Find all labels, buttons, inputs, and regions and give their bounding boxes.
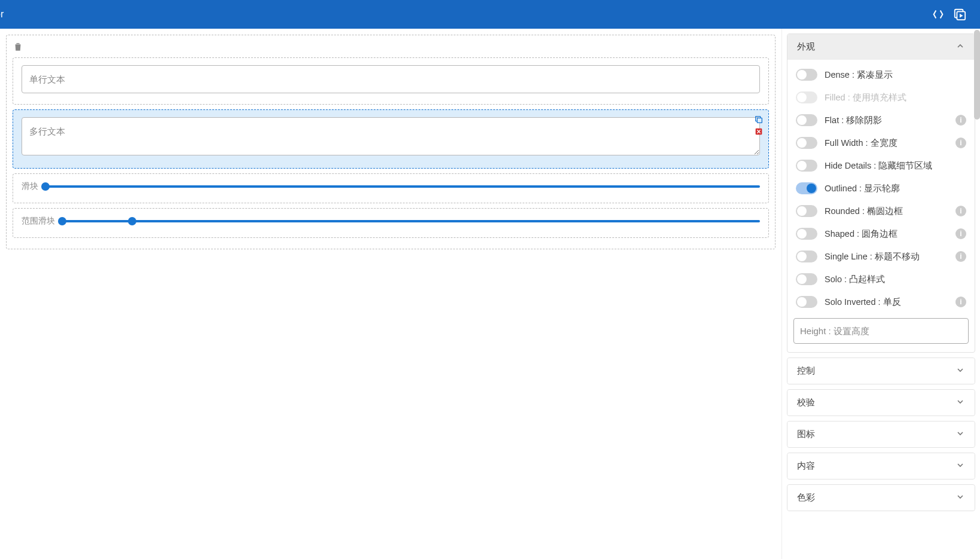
section-color: 色彩 [787,484,975,511]
slider-track[interactable] [45,185,760,188]
info-icon[interactable]: i [955,115,966,126]
chevron-up-icon [955,41,965,53]
section-title: 校验 [797,397,815,408]
prop-row-rounded: Rounded : 椭圆边框i [793,200,969,222]
chevron-down-icon [955,492,965,503]
section-icon: 图标 [787,421,975,448]
section-title: 外观 [797,41,815,53]
form-container[interactable]: 滑块 范围滑块 [6,35,776,249]
prop-label: Rounded : 椭圆边框 [825,206,948,217]
field-single-line-text[interactable] [13,57,769,105]
prop-row-fullwidth: Full Width : 全宽度i [793,132,969,154]
prop-row-flat: Flat : 移除阴影i [793,109,969,132]
section-header-icon[interactable]: 图标 [787,421,975,447]
info-icon[interactable]: i [955,228,966,239]
svg-rect-3 [757,118,762,123]
info-icon[interactable]: i [955,297,966,307]
height-input[interactable] [793,318,969,344]
app-header: or [0,0,980,29]
prop-row-filled: Filled : 使用填充样式 [793,86,969,109]
chevron-down-icon [955,397,965,408]
prop-label: Flat : 移除阴影 [825,115,948,126]
play-icon[interactable] [952,7,967,22]
toggle-flat[interactable] [796,114,817,126]
section-header-color[interactable]: 色彩 [787,485,975,511]
toggle-outlined[interactable] [796,182,817,194]
prop-row-shaped: Shaped : 圆角边框i [793,222,969,245]
section-title: 控制 [797,365,815,377]
info-icon[interactable]: i [955,138,966,148]
close-icon[interactable] [754,127,764,136]
field-slider[interactable]: 滑块 [13,173,769,203]
section-header-validate[interactable]: 校验 [787,390,975,416]
chevron-down-icon [955,365,965,377]
prop-label: Hide Details : 隐藏细节区域 [825,160,966,172]
toggle-hidedetails[interactable] [796,160,817,172]
section-header-control[interactable]: 控制 [787,358,975,384]
toggle-solo[interactable] [796,273,817,285]
form-canvas[interactable]: 滑块 范围滑块 [0,29,781,559]
prop-row-soloinverted: Solo Inverted : 单反i [793,291,969,313]
prop-row-outlined: Outlined : 显示轮廓 [793,177,969,200]
text-input[interactable] [22,65,760,93]
section-title: 内容 [797,460,815,472]
chevron-down-icon [955,429,965,440]
prop-label: Full Width : 全宽度 [825,138,948,149]
toggle-soloinverted[interactable] [796,296,817,308]
section-header-content[interactable]: 内容 [787,453,975,479]
range-thumb-start[interactable] [58,217,66,225]
toggle-singleline[interactable] [796,251,817,262]
slider-thumb[interactable] [41,182,50,191]
toggle-dense[interactable] [796,69,817,81]
prop-label: Filled : 使用填充样式 [825,92,966,103]
header-title: or [0,9,4,20]
copy-icon[interactable] [754,115,764,124]
field-range-slider[interactable]: 范围滑块 [13,208,769,238]
section-content: 内容 [787,453,975,479]
prop-label: Solo : 凸起样式 [825,274,966,285]
info-icon[interactable]: i [955,206,966,216]
prop-row-hidedetails: Hide Details : 隐藏细节区域 [793,154,969,177]
toggle-filled [796,91,817,103]
toggle-rounded[interactable] [796,205,817,217]
properties-panel[interactable]: 外观 Dense : 紧凑显示Filled : 使用填充样式Flat : 移除阴… [781,29,980,559]
prop-row-solo: Solo : 凸起样式 [793,268,969,291]
form-toolbar [13,41,769,54]
section-title: 色彩 [797,492,815,503]
prop-label: Solo Inverted : 单反 [825,297,948,308]
range-slider-track[interactable] [62,220,760,222]
section-title: 图标 [797,429,815,440]
trash-icon[interactable] [13,44,23,54]
code-icon[interactable] [931,7,945,22]
toggle-fullwidth[interactable] [796,137,817,149]
section-appearance: 外观 Dense : 紧凑显示Filled : 使用填充样式Flat : 移除阴… [787,33,975,353]
range-thumb-end[interactable] [128,217,136,225]
prop-row-singleline: Single Line : 标题不移动i [793,245,969,268]
prop-label: Shaped : 圆角边框 [825,228,948,240]
section-header-appearance[interactable]: 外观 [787,34,975,60]
field-multiline-text[interactable] [13,109,769,169]
chevron-down-icon [955,460,965,472]
section-validate: 校验 [787,389,975,416]
prop-label: Dense : 紧凑显示 [825,69,966,81]
textarea-input[interactable] [22,117,760,155]
prop-label: Outlined : 显示轮廓 [825,183,966,194]
section-control: 控制 [787,358,975,384]
prop-label: Single Line : 标题不移动 [825,251,948,262]
toggle-shaped[interactable] [796,228,817,240]
info-icon[interactable]: i [955,251,966,262]
slider-label: 滑块 [22,181,38,192]
range-slider-label: 范围滑块 [22,216,55,227]
prop-row-dense: Dense : 紧凑显示 [793,63,969,86]
